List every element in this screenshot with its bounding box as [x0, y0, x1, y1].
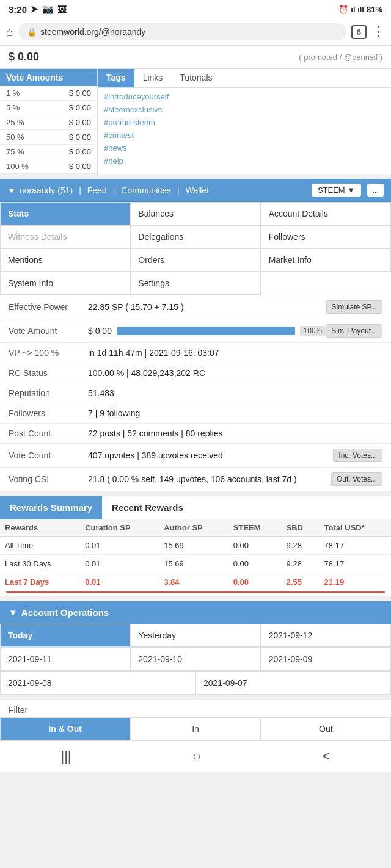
vote-bar	[117, 327, 295, 335]
tag-link[interactable]: #steemexclusive	[104, 103, 385, 116]
vote-row[interactable]: 50 %$ 0.00	[0, 130, 97, 145]
tags-col: Tags Links Tutorials #introduceyourself#…	[98, 69, 391, 174]
stats-cell-settings[interactable]: Settings	[130, 272, 260, 295]
rewards-row: Last 7 Days 0.01 3.84 0.00 2.55 21.19	[0, 573, 391, 591]
nav-username[interactable]: noraandy (51)	[20, 186, 73, 195]
ops-date-2021-09-10[interactable]: 2021-09-10	[130, 648, 260, 671]
stats-cell-market-info[interactable]: Market Info	[261, 248, 391, 272]
vote-val: $ 0.00	[69, 103, 91, 112]
status-left: 3:20 ➤ 📷 🖼	[9, 4, 67, 15]
reputation-text: (51)	[57, 186, 73, 195]
tags-nav-links[interactable]: Links	[134, 69, 172, 87]
tag-link[interactable]: #news	[104, 142, 385, 154]
stats-cell-followers[interactable]: Followers	[261, 225, 391, 248]
tags-nav-tutorials[interactable]: Tutorials	[171, 69, 221, 87]
rewards-summary-tab[interactable]: Rewards Summary	[0, 496, 102, 519]
recent-rewards-tab[interactable]: Recent Rewards	[102, 496, 193, 519]
filter-tab-out[interactable]: Out	[261, 717, 391, 740]
nav-feed[interactable]: Feed	[87, 186, 107, 195]
vote-bar-container: $ 0.00 100%	[88, 326, 326, 336]
tag-link[interactable]: #promo-steem	[104, 116, 385, 129]
stats-cell-orders[interactable]: Orders	[130, 248, 260, 272]
vote-val: $ 0.00	[69, 132, 91, 142]
sim-payout-button[interactable]: Sim. Payout...	[326, 324, 382, 338]
inc-votes-button[interactable]: Inc. Votes...	[333, 449, 382, 462]
label-reputation: Reputation	[9, 388, 88, 398]
menu-dots[interactable]: ⋮	[371, 24, 385, 40]
promo-amount: $ 0.00	[9, 51, 39, 63]
ops-dates-row2: 2021-09-11 2021-09-10 2021-09-09	[0, 648, 391, 671]
col-sbd: SBD	[282, 519, 320, 537]
info-row-voting-csi: Voting CSI 21.8 ( 0.00 % self, 149 upvot…	[0, 468, 391, 491]
rewards-row-curation: 0.01	[80, 537, 159, 555]
vote-amounts-header: Vote Amounts	[0, 69, 97, 86]
separator1: |	[76, 186, 84, 195]
simulate-sp-button[interactable]: Simulate SP...	[326, 300, 382, 314]
filter-tab-in-out[interactable]: In & Out	[0, 717, 130, 740]
stats-cell-delegations[interactable]: Delegations	[130, 225, 260, 248]
vote-val: $ 0.00	[69, 147, 91, 156]
nav-communities[interactable]: Communities	[121, 186, 171, 195]
navigation-icon: ➤	[31, 4, 38, 15]
battery: 81%	[367, 5, 382, 14]
col-curation-sp: Curation SP	[80, 519, 159, 537]
nav-section: ▼ noraandy (51) | Feed | Communities | W…	[0, 179, 391, 202]
home-button[interactable]: ⌂	[6, 25, 13, 39]
label-vote-amount: Vote Amount	[9, 326, 88, 336]
tags-nav-tags[interactable]: Tags	[98, 69, 134, 87]
ops-dates-row1: Today Yesterday 2021-09-12	[0, 624, 391, 648]
ops-date-2021-09-08[interactable]: 2021-09-08	[0, 671, 196, 695]
label-vote-count: Vote Count	[9, 450, 88, 460]
stats-cell-system-info[interactable]: System Info	[0, 272, 130, 295]
url-bar[interactable]: 🔒 steemworld.org/@noraandy	[18, 23, 346, 40]
filter-tab-in[interactable]: In	[130, 717, 260, 740]
stats-cell-stats[interactable]: Stats	[0, 202, 130, 225]
username-text: noraandy	[20, 186, 55, 195]
ops-date-2021-09-11[interactable]: 2021-09-11	[0, 648, 130, 671]
vote-row[interactable]: 75 %$ 0.00	[0, 145, 97, 159]
ops-dates-row3: 2021-09-08 2021-09-07	[0, 671, 391, 695]
stats-grid: Stats Balances Account Details Witness D…	[0, 202, 391, 295]
vote-row[interactable]: 5 %$ 0.00	[0, 101, 97, 115]
ops-date-yesterday[interactable]: Yesterday	[130, 624, 260, 647]
steem-button[interactable]: STEEM ▼	[312, 184, 361, 197]
vote-row[interactable]: 1 %$ 0.00	[0, 86, 97, 101]
ops-date-today[interactable]: Today	[0, 624, 130, 647]
forward-button[interactable]: <	[323, 748, 331, 764]
rewards-section: Rewards Summary Recent Rewards Rewards C…	[0, 496, 391, 601]
more-button[interactable]: ...	[367, 184, 384, 197]
promo-section: $ 0.00 ( promoted / @pennsif )	[0, 46, 391, 69]
vote-amount-value: $ 0.00	[88, 326, 112, 336]
label-rc: RC Status	[9, 368, 88, 378]
stats-cell-account-details[interactable]: Account Details	[261, 202, 391, 225]
tag-link[interactable]: #contest	[104, 129, 385, 142]
status-bar: 3:20 ➤ 📷 🖼 ⏰ ıl ıll 81%	[0, 0, 391, 18]
ops-chevron: ▼	[9, 607, 18, 618]
separator3: |	[175, 186, 182, 195]
tag-link[interactable]: #introduceyourself	[104, 90, 385, 103]
vote-pct: 75 %	[6, 147, 24, 156]
vote-row[interactable]: 100 %$ 0.00	[0, 159, 97, 174]
stats-cell-balances[interactable]: Balances	[130, 202, 260, 225]
ops-date-2021-09-12[interactable]: 2021-09-12	[261, 624, 391, 647]
ops-date-2021-09-07[interactable]: 2021-09-07	[196, 671, 391, 695]
stats-cell-mentions[interactable]: Mentions	[0, 248, 130, 272]
out-votes-button[interactable]: Out. Votes...	[331, 472, 382, 486]
tag-link[interactable]: #help	[104, 154, 385, 167]
info-row-vote-count: Vote Count 407 upvotes | 389 upvotes rec…	[0, 444, 391, 468]
ops-date-2021-09-09[interactable]: 2021-09-09	[261, 648, 391, 671]
back-button[interactable]: |||	[60, 748, 71, 764]
value-vote-count: 407 upvotes | 389 upvotes received	[88, 450, 333, 460]
vote-row[interactable]: 25 %$ 0.00	[0, 115, 97, 130]
browser-bar: ⌂ 🔒 steemworld.org/@noraandy 6 ⋮	[0, 18, 391, 46]
rewards-row-label: Last 30 Days	[0, 555, 80, 573]
vote-pct: 100 %	[6, 162, 29, 171]
filter-label: Filter	[0, 700, 391, 717]
bottom-nav: ||| ○ <	[0, 740, 391, 772]
rewards-row-label: Last 7 Days	[0, 573, 80, 591]
tab-badge[interactable]: 6	[351, 25, 367, 39]
label-followers: Followers	[9, 408, 88, 418]
home-button-nav[interactable]: ○	[192, 748, 200, 764]
nav-wallet[interactable]: Wallet	[186, 186, 209, 195]
value-post-count: 22 posts | 52 comments | 80 replies	[88, 429, 382, 438]
